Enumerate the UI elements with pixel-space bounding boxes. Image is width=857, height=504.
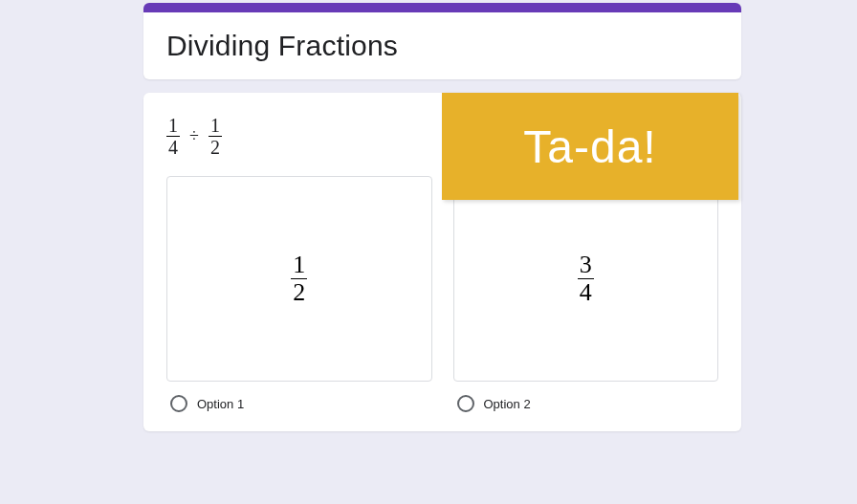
option-fraction: 1 2 (291, 252, 307, 305)
tada-overlay: Ta-da! (442, 93, 738, 200)
radio-icon[interactable] (170, 395, 187, 412)
option-label: Option 1 (197, 397, 244, 411)
option-2[interactable]: 3 4 Option 2 (453, 176, 719, 412)
tada-text: Ta-da! (523, 121, 656, 173)
radio-icon[interactable] (457, 395, 474, 412)
question-fraction-1: 1 4 (166, 116, 180, 157)
fraction-denominator: 4 (578, 279, 594, 305)
form-header-card: Dividing Fractions (143, 3, 741, 79)
fraction-numerator: 1 (166, 116, 180, 136)
fraction-numerator: 1 (209, 116, 222, 136)
option-label: Option 2 (484, 397, 531, 411)
option-image-box: 1 2 (166, 176, 432, 382)
fraction-numerator: 1 (291, 252, 307, 278)
form-title: Dividing Fractions (166, 30, 718, 62)
options-row: 1 2 Option 1 3 4 (166, 176, 718, 412)
fraction-denominator: 2 (209, 137, 222, 157)
fraction-numerator: 3 (578, 252, 594, 278)
option-1[interactable]: 1 2 Option 1 (166, 176, 432, 412)
fraction-denominator: 4 (166, 137, 180, 157)
option-image-box: 3 4 (453, 176, 719, 382)
form-container: Dividing Fractions 1 4 ÷ 1 2 1 (143, 3, 741, 431)
fraction-denominator: 2 (291, 279, 307, 305)
option-radio-row[interactable]: Option 1 (166, 395, 432, 412)
divide-operator: ÷ (187, 126, 201, 146)
question-fraction-2: 1 2 (209, 116, 222, 157)
option-radio-row[interactable]: Option 2 (453, 395, 719, 412)
option-fraction: 3 4 (578, 252, 594, 305)
